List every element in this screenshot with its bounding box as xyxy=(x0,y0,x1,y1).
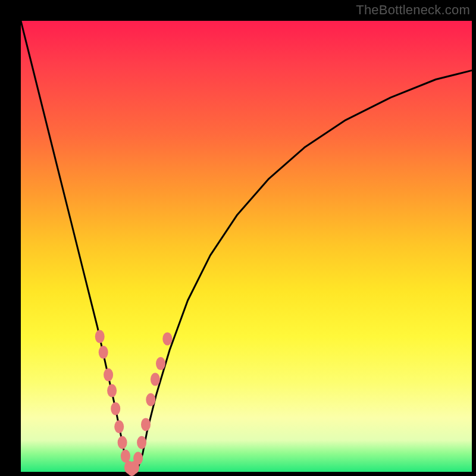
marker-dot xyxy=(121,450,130,463)
marker-dot xyxy=(95,330,105,343)
marker-dot xyxy=(156,357,165,370)
marker-dot xyxy=(104,368,113,381)
marker-dot xyxy=(111,402,120,415)
marker-dot xyxy=(99,346,108,359)
marker-dot xyxy=(137,436,146,449)
chart-frame: TheBottleneck.com xyxy=(0,0,476,476)
curve-svg xyxy=(21,21,472,472)
marker-dot xyxy=(146,393,155,406)
marker-dot xyxy=(162,332,172,345)
bottleneck-curve xyxy=(21,21,472,472)
marker-dots xyxy=(95,330,173,476)
marker-dot xyxy=(151,373,160,386)
marker-dot xyxy=(114,420,124,433)
marker-dot xyxy=(141,418,151,431)
marker-dot xyxy=(107,384,117,397)
curve-path xyxy=(21,21,472,472)
marker-dot xyxy=(118,436,127,449)
watermark-text: TheBottleneck.com xyxy=(356,2,470,18)
marker-dot xyxy=(133,452,143,465)
plot-area xyxy=(21,21,472,472)
